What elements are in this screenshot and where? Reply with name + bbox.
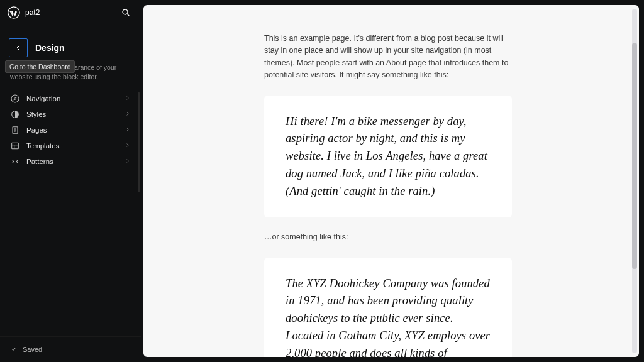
svg-marker-4 (14, 97, 16, 99)
save-status-bar: Saved (0, 336, 141, 362)
intro-paragraph[interactable]: This is an example page. It's different … (264, 33, 512, 82)
back-button-tooltip: Go to the Dashboard (5, 60, 75, 73)
nav-item-pages[interactable]: Pages (4, 122, 137, 138)
nav-item-label: Styles (26, 111, 118, 118)
svg-line-2 (127, 14, 129, 16)
page-preview-frame[interactable]: This is an example page. It's different … (143, 5, 639, 357)
design-nav-list: Navigation Styles Pages Templates Patter… (0, 90, 141, 169)
design-header: Design (0, 35, 141, 60)
back-to-dashboard-button[interactable] (9, 38, 28, 57)
nav-item-label: Patterns (26, 158, 118, 165)
chevron-right-icon (125, 142, 131, 150)
quote-block-2[interactable]: The XYZ Doohickey Company was founded in… (264, 258, 512, 357)
svg-point-1 (123, 9, 128, 14)
nav-item-label: Templates (26, 142, 118, 150)
sidebar-scroll-indicator (138, 92, 140, 192)
page-icon (10, 125, 20, 135)
quote-block-1[interactable]: Hi there! I'm a bike messenger by day, a… (264, 96, 512, 218)
canvas-scrollbar-thumb[interactable] (632, 43, 637, 269)
nav-item-styles[interactable]: Styles (4, 106, 137, 122)
nav-item-patterns[interactable]: Patterns (4, 153, 137, 169)
chevron-right-icon (125, 158, 131, 165)
svg-point-3 (11, 95, 19, 102)
nav-item-templates[interactable]: Templates (4, 138, 137, 153)
svg-point-0 (8, 7, 19, 18)
layout-icon (10, 141, 20, 151)
section-title: Design (35, 43, 65, 53)
chevron-right-icon (125, 111, 131, 118)
chevron-right-icon (125, 95, 131, 102)
check-icon (10, 345, 18, 354)
nav-item-label: Pages (26, 126, 118, 134)
page-content-column: This is an example page. It's different … (264, 33, 512, 357)
editor-sidebar: pat2 Design Go to the Dashboard xxxxxxxx… (0, 0, 141, 362)
command-search-button[interactable] (118, 5, 133, 20)
site-topbar: pat2 (0, 0, 141, 25)
half-circle-icon (10, 109, 20, 119)
save-status-text: Saved (23, 346, 42, 353)
patterns-icon (10, 156, 20, 167)
wordpress-logo-icon[interactable] (8, 6, 20, 19)
chevron-right-icon (125, 126, 131, 134)
nav-item-label: Navigation (26, 95, 118, 102)
bridge-paragraph[interactable]: …or something like this: (264, 231, 512, 243)
compass-icon (10, 94, 20, 104)
editor-canvas: This is an example page. It's different … (141, 0, 644, 362)
page-content-scroll[interactable]: This is an example page. It's different … (143, 5, 639, 357)
svg-rect-10 (12, 143, 19, 148)
nav-item-navigation[interactable]: Navigation (4, 90, 137, 106)
site-name[interactable]: pat2 (25, 8, 40, 17)
